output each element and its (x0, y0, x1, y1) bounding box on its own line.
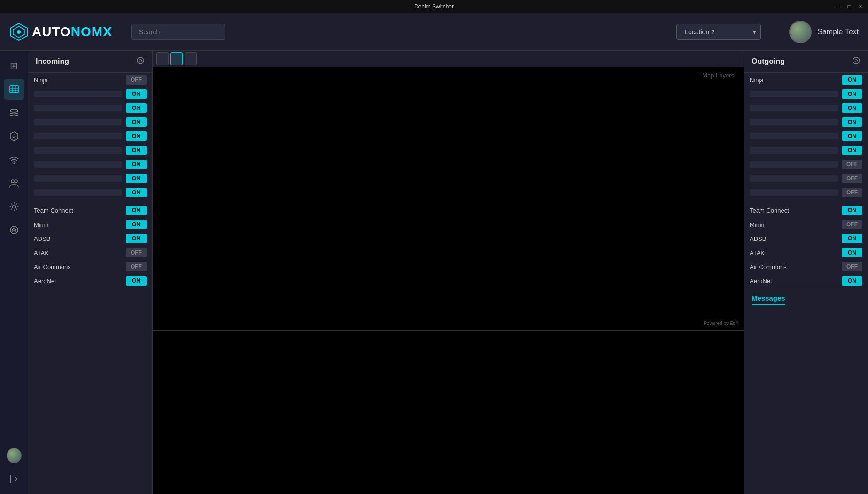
outgoing-ninja-toggle[interactable]: ON (842, 75, 862, 85)
nav-item-layers[interactable] (4, 102, 24, 123)
incoming-empty-row-3: ON (28, 115, 152, 129)
outgoing-adsb-toggle[interactable]: ON (842, 234, 862, 243)
outgoing-atak-label: ATAK (750, 249, 838, 256)
nav-logout[interactable] (4, 469, 24, 489)
outgoing-settings-icon[interactable] (852, 56, 860, 67)
outgoing-aeronet-toggle[interactable]: ON (842, 276, 862, 286)
incoming-empty-row-5: ON (28, 143, 152, 157)
incoming-aircommons-toggle[interactable]: OFF (126, 262, 147, 271)
outgoing-empty-toggle-8[interactable]: OFF (842, 188, 862, 197)
incoming-empty-row-2: ON (28, 101, 152, 115)
outgoing-atak-toggle[interactable]: ON (842, 248, 862, 257)
nav-item-wifi[interactable] (4, 149, 24, 170)
outgoing-adsb-label: ADSB (750, 235, 838, 242)
svg-point-11 (11, 180, 14, 183)
svg-point-2 (17, 30, 21, 34)
incoming-ninja-label: Ninja (34, 77, 122, 84)
out-empty-label-3 (750, 119, 838, 125)
location-dropdown[interactable]: Location 2 Location 1 Location 3 (676, 24, 761, 40)
outgoing-empty-toggle-3[interactable]: ON (842, 117, 862, 127)
incoming-adsb-row: ADSB ON (28, 232, 152, 246)
messages-section: Messages (744, 288, 868, 310)
incoming-empty-row-4: ON (28, 129, 152, 143)
incoming-teamconnect-label: Team Connect (34, 207, 122, 214)
empty-label-4 (34, 133, 122, 139)
incoming-mimir-toggle[interactable]: ON (126, 220, 147, 229)
incoming-adsb-label: ADSB (34, 235, 122, 242)
main-layout: ⊞ (0, 51, 868, 494)
outgoing-empty-row-5: ON (744, 143, 868, 157)
incoming-adsb-toggle[interactable]: ON (126, 234, 147, 243)
outgoing-aircommons-row: Air Commons OFF (744, 260, 868, 274)
incoming-settings-icon[interactable] (136, 56, 145, 67)
messages-title: Messages (752, 294, 785, 305)
incoming-empty-toggle-7[interactable]: ON (126, 174, 147, 183)
incoming-empty-toggle-1[interactable]: ON (126, 89, 147, 99)
incoming-atak-row: ATAK OFF (28, 246, 152, 260)
sidebar-nav: ⊞ (0, 51, 28, 494)
outgoing-panel-header: Outgoing (744, 51, 868, 73)
map-toolbar-btn-1[interactable] (156, 52, 169, 65)
outgoing-empty-toggle-5[interactable]: ON (842, 146, 862, 155)
map-toolbar-btn-3[interactable] (185, 52, 197, 65)
out-empty-label-4 (750, 133, 838, 139)
outgoing-mimir-row: Mimir OFF (744, 217, 868, 232)
incoming-empty-toggle-3[interactable]: ON (126, 117, 147, 127)
incoming-aeronet-row: AeroNet ON (28, 274, 152, 288)
empty-label-3 (34, 119, 122, 125)
map-layers-text: Map Layers (702, 72, 734, 79)
incoming-ninja-toggle[interactable]: OFF (126, 75, 147, 85)
incoming-empty-toggle-5[interactable]: ON (126, 146, 147, 155)
nav-item-shield[interactable] (4, 126, 24, 147)
outgoing-aircommons-toggle[interactable]: OFF (842, 262, 862, 271)
nav-item-security[interactable] (4, 220, 24, 240)
outgoing-empty-toggle-6[interactable]: OFF (842, 160, 862, 169)
outgoing-aircommons-label: Air Commons (750, 263, 838, 270)
incoming-aeronet-toggle[interactable]: ON (126, 276, 147, 286)
incoming-panel-header: Incoming (28, 51, 152, 73)
outgoing-teamconnect-toggle[interactable]: ON (842, 206, 862, 215)
window-controls[interactable]: — □ × (834, 3, 864, 10)
incoming-empty-toggle-8[interactable]: ON (126, 188, 147, 197)
shield-nav-icon (9, 131, 19, 141)
nav-item-people[interactable] (4, 173, 24, 193)
outgoing-aeronet-row: AeroNet ON (744, 274, 868, 288)
svg-point-19 (853, 57, 860, 64)
nav-user-avatar[interactable] (4, 445, 24, 466)
empty-label-2 (34, 105, 122, 111)
empty-label-5 (34, 147, 122, 154)
outgoing-empty-toggle-2[interactable]: ON (842, 103, 862, 113)
search-input[interactable] (131, 24, 225, 40)
outgoing-mimir-toggle[interactable]: OFF (842, 220, 862, 229)
svg-point-16 (13, 230, 15, 231)
map-toolbar-btn-2[interactable] (170, 52, 183, 65)
incoming-atak-toggle[interactable]: OFF (126, 248, 147, 257)
incoming-empty-toggle-2[interactable]: ON (126, 103, 147, 113)
nav-item-settings[interactable] (4, 196, 24, 217)
outgoing-adsb-row: ADSB ON (744, 232, 868, 246)
nav-item-grid[interactable]: ⊞ (4, 55, 24, 76)
incoming-empty-toggle-6[interactable]: ON (126, 160, 147, 169)
restore-button[interactable]: □ (845, 3, 853, 10)
incoming-empty-toggle-4[interactable]: ON (126, 131, 147, 141)
outgoing-empty-toggle-1[interactable]: ON (842, 89, 862, 99)
outgoing-empty-toggle-7[interactable]: OFF (842, 174, 862, 183)
security-nav-icon (9, 225, 19, 235)
empty-label-1 (34, 91, 122, 97)
header: AUTONOMX Location 2 Location 1 Location … (0, 13, 868, 51)
wifi-nav-icon (9, 154, 19, 165)
incoming-teamconnect-toggle[interactable]: ON (126, 206, 147, 215)
outgoing-empty-toggle-4[interactable]: ON (842, 131, 862, 141)
incoming-ninja-row: Ninja OFF (28, 73, 152, 87)
incoming-atak-label: ATAK (34, 249, 122, 256)
minimize-button[interactable]: — (834, 3, 842, 10)
outgoing-empty-row-2: ON (744, 101, 868, 115)
outgoing-empty-row-6: OFF (744, 157, 868, 171)
incoming-empty-row-1: ON (28, 87, 152, 101)
close-button[interactable]: × (857, 3, 864, 10)
nav-item-map[interactable] (4, 79, 24, 100)
outgoing-ninja-label: Ninja (750, 77, 838, 84)
outgoing-teamconnect-label: Team Connect (750, 207, 838, 214)
out-empty-label-7 (750, 175, 838, 182)
avatar[interactable] (789, 21, 812, 43)
